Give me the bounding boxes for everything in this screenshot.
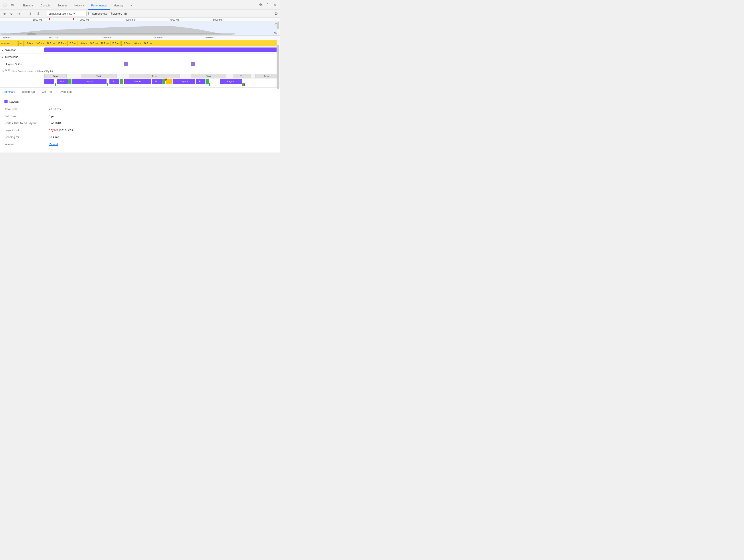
frame-chip-2: 16.7 ms (35, 41, 45, 46)
tab-bottom-up[interactable]: Bottom-Up (18, 88, 38, 96)
screenshots-label: Screenshots (92, 12, 107, 15)
task-block-lt[interactable]: L...t (44, 79, 54, 84)
task-header-2: Task (129, 74, 180, 78)
initiator-label: Initiator (4, 142, 49, 147)
interactions-label-text: Interactions (4, 55, 18, 59)
overview-scrollbar-thumb[interactable] (277, 22, 279, 29)
task-block-green-2 (120, 79, 123, 84)
reload-record-button[interactable]: ↺ (9, 11, 14, 16)
task-block-green-4 (206, 79, 209, 84)
url-caret[interactable]: ▾ (73, 12, 75, 15)
memory-label: Memory (113, 12, 122, 15)
tab-memory[interactable]: Memory (110, 2, 127, 10)
pending-label: Pending for (4, 135, 49, 139)
url-display: output.jsbin.com #1 ▾ (47, 11, 86, 16)
overview-marker-2000: 2000 ms (80, 18, 89, 21)
frame-chip-9: 16.7 ms (111, 41, 121, 46)
layout-shifts-content (44, 61, 280, 68)
tab-elements[interactable]: Elements (19, 2, 37, 10)
main-label[interactable]: ▼ Main — https://output.jsbin.com/elisum… (0, 68, 44, 74)
layout-root-black: #jsbin-css (57, 128, 73, 132)
task-header-1: Task (81, 74, 116, 78)
tab-performance[interactable]: Performance (88, 2, 110, 10)
task-block-layout-3[interactable]: Layout (173, 79, 195, 84)
total-time-value: 28.30 ms (49, 107, 61, 111)
main-label-text: Main — (5, 68, 11, 74)
pending-value: 50.4 ms (49, 135, 59, 139)
task-block-layout-1[interactable]: Layout (72, 79, 107, 84)
layout-shifts-label: Layout Shifts (0, 63, 44, 66)
frames-row: Frames ms 16.6 ms 16.7 ms 16.7 ms 16.7 m… (0, 40, 280, 47)
task-header-3: Task (191, 74, 226, 78)
summary-content: Layout Total Time 28.30 ms Self Time 5 μ… (0, 96, 280, 152)
task-header-row: Task Task Task Task T... Task (44, 74, 280, 79)
red-triangle (164, 79, 168, 81)
timeline-scrollbar[interactable] (276, 40, 280, 88)
interactions-label[interactable]: ▶ Interactions (0, 55, 44, 59)
download-button[interactable]: ⇩ (35, 11, 41, 17)
tab-network[interactable]: Network (71, 2, 88, 10)
timeline-section: Frames ms 16.6 ms 16.7 ms 16.7 ms 16.7 m… (0, 40, 280, 88)
device-icon[interactable]: ▭ (9, 2, 15, 8)
detail-marker-1450: 1450 ms (102, 36, 111, 39)
record-bar: ⏺ ↺ ⊘ ⇧ ⇩ output.jsbin.com #1 ▾ Screensh… (0, 10, 280, 18)
overview-ruler: 1000 ms 2000 ms 3000 ms 4000 ms 5000 ms (0, 18, 280, 22)
animation-expand-icon: ▶ (2, 49, 4, 51)
task-block-pt[interactable]: P...t (57, 79, 68, 84)
tab-call-tree[interactable]: Call Tree (38, 88, 56, 96)
timeline-scrollbar-thumb[interactable] (277, 45, 279, 89)
devtools-toolbar: ⬚ ▭ Elements Console Sources Network Per… (0, 0, 280, 10)
initiator-reveal-link[interactable]: Reveal (49, 142, 58, 147)
animation-bar (44, 47, 280, 52)
svg-rect-2 (0, 33, 235, 34)
tab-summary[interactable]: Summary (0, 88, 18, 96)
upload-button[interactable]: ⇧ (27, 11, 33, 17)
task-block-layout-selected[interactable]: Layout (124, 79, 151, 84)
tab-more[interactable]: » (127, 2, 136, 10)
task-block-p1[interactable]: P... (109, 79, 119, 84)
layout-shift-1[interactable] (124, 62, 128, 66)
layout-shift-2[interactable] (191, 62, 195, 66)
task-block-p2[interactable]: P... (152, 79, 162, 84)
detail-ruler: 1350 ms 1400 ms 1450 ms 1500 ms 1550 ms (0, 36, 280, 40)
cursor-icon[interactable]: ⬚ (2, 2, 8, 8)
nodes-label: Nodes That Need Layout (4, 121, 49, 125)
red-tick-2 (73, 18, 74, 20)
frame-chip-4: 16.7 ms (57, 41, 67, 46)
record-button[interactable]: ⏺ (2, 11, 7, 16)
close-icon[interactable]: ✕ (272, 2, 278, 8)
summary-title-text: Layout (9, 100, 18, 104)
bottom-tabs-bar: Summary Bottom-Up Call Tree Event Log (0, 88, 280, 96)
green-tick-2 (107, 83, 108, 86)
layout-shifts-row: Layout Shifts (0, 61, 280, 68)
screenshots-checkbox-group[interactable]: Screenshots (88, 12, 107, 15)
overview-scrollbar[interactable] (276, 22, 280, 35)
trash-button[interactable]: 🗑 (124, 12, 127, 16)
task-block-p3[interactable]: P... (196, 79, 205, 84)
settings-icon[interactable]: ⚙ (257, 2, 264, 8)
summary-row-pending: Pending for 50.4 ms (4, 135, 275, 139)
self-time-label: Self Time (4, 114, 49, 118)
clear-button[interactable]: ⊘ (16, 11, 21, 16)
memory-checkbox-group[interactable]: Memory (109, 12, 122, 15)
tab-console[interactable]: Console (37, 2, 54, 10)
detail-marker-1350: 1350 ms (1, 36, 11, 39)
performance-settings-button[interactable]: ⚙ (274, 11, 278, 16)
tab-sources[interactable]: Sources (54, 2, 71, 10)
layout-root-value: style#jsbin-css (49, 128, 73, 133)
overview-section: 1000 ms 2000 ms 3000 ms 4000 ms 5000 ms … (0, 18, 280, 36)
overview-marker-4000: 4000 ms (170, 18, 179, 21)
tab-event-log[interactable]: Event Log (56, 88, 75, 96)
main-url: https://output.jsbin.com/elisum/9/quiet (12, 70, 53, 73)
memory-checkbox[interactable] (109, 12, 112, 15)
overview-marker-5000: 5000 ms (213, 18, 222, 21)
frame-chip-12: 16.7 ms (143, 41, 153, 46)
task-block-layout-4[interactable]: Layout (220, 79, 242, 84)
task-blocks-row: L...t P...t Layout P... Layout P... (44, 79, 280, 87)
more-icon[interactable]: ⋮ (265, 2, 271, 8)
frame-chip-8: 16.7 ms (100, 41, 110, 46)
layout-color-swatch (4, 100, 7, 103)
frames-chips-container: ms 16.6 ms 16.7 ms 16.7 ms 16.7 ms 16.7 … (18, 40, 280, 47)
screenshots-checkbox[interactable] (88, 12, 91, 15)
animation-label[interactable]: ▶ Animation (0, 49, 44, 52)
